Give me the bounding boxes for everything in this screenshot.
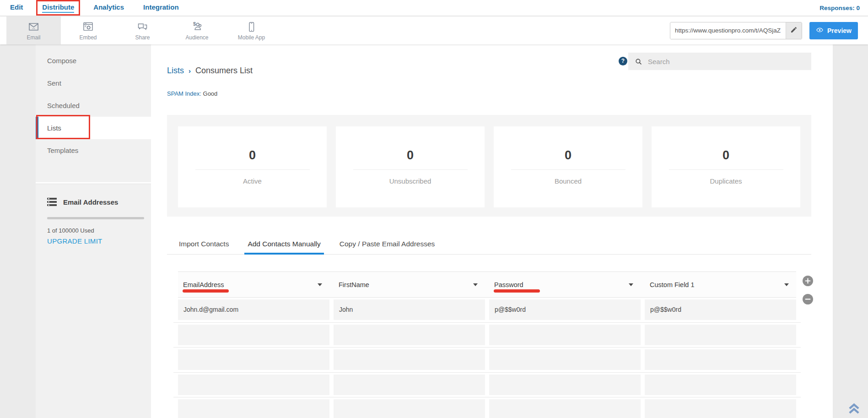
contact-input[interactable] [178,375,329,395]
stat-divider [353,169,468,170]
tab[interactable]: Add Contacts Manually [247,236,321,254]
stat-value: 0 [494,148,642,163]
stat-label: Unsubscribed [336,177,485,185]
contact-input[interactable] [334,349,485,370]
contact-input[interactable] [489,375,641,395]
tab[interactable]: Import Contacts [178,236,230,254]
nav-item[interactable]: Edit [10,3,23,13]
list-stats-panel: 0 Active 0 Unsubscribed 0 Bounced [167,115,811,217]
preview-button[interactable]: Preview [809,22,858,39]
help-icon[interactable]: ? [619,57,627,65]
stat-value: 0 [336,148,485,163]
sidebar-menu-item[interactable]: Scheduled [36,94,151,117]
stat-value: 0 [178,148,327,163]
contact-row [178,375,796,395]
column-select[interactable]: Custom Field 1 [645,272,796,297]
annotation-underline [494,289,540,293]
stat-label: Active [178,177,327,185]
contact-input[interactable]: John [334,299,485,320]
caret-down-icon [784,283,789,286]
column-select-value: FirstName [339,281,369,288]
contact-input[interactable] [334,325,485,345]
plus-icon[interactable] [803,276,813,286]
toolbar-item[interactable]: Share [115,16,170,44]
email-addresses-panel: Email Addresses 1 of 100000 Used UPGRADE… [36,184,151,418]
contact-input[interactable] [645,349,796,370]
column-mapping-row: EmailAddress FirstName Password [178,271,796,298]
contact-row [178,325,796,345]
contact-row: John.d@gmail.com John p@$$w0rd p@$$w0rd [178,299,796,320]
nav-item-label: Distribute [42,3,74,13]
column-select[interactable]: FirstName [334,272,485,297]
email-sidebar: Compose Sent Scheduled Lists [36,44,151,418]
contact-input[interactable]: p@$$w0rd [489,299,641,320]
stat-divider [195,169,310,170]
contact-input[interactable] [645,325,796,345]
spam-index: SPAM Index: Good [167,90,217,97]
list-icon [47,198,57,206]
column-select-value: Custom Field 1 [650,281,695,288]
tab-label: Copy / Paste Email Addresses [340,240,435,248]
minus-icon[interactable] [803,294,813,304]
sidebar-menu-item[interactable]: Sent [36,72,151,94]
contact-input[interactable] [645,399,796,418]
column-select-value: EmailAddress [183,281,224,288]
nav-item-label: Analytics [93,3,124,13]
stat-label: Bounced [494,177,642,185]
contact-input[interactable] [178,399,329,418]
toolbar-item[interactable]: Mobile App [224,16,279,44]
stat-divider [669,169,783,170]
sidebar-menu-item-label: Lists [47,124,61,132]
toolbar-item[interactable]: Embed [61,16,115,44]
toolbar-item-label: Audience [185,34,208,41]
contact-input[interactable] [334,399,485,418]
usage-progress-bar [47,217,144,219]
contact-input[interactable] [489,349,641,370]
chevron-double-up-icon[interactable] [847,402,861,417]
contact-input[interactable] [178,325,329,345]
nav-menu: Edit Distribute Analytics Integration [0,3,179,13]
sidebar-menu-item-label: Templates [47,147,78,154]
stat-label: Duplicates [652,177,800,185]
responses-count[interactable]: Responses: 0 [819,5,860,11]
nav-item[interactable]: Distribute [42,3,74,13]
contact-input[interactable] [489,325,641,345]
page-title: Consumers List [195,66,253,76]
contact-input[interactable] [645,375,796,395]
sidebar-menu-item[interactable]: Lists [36,117,151,139]
stat-card: 0 Active [178,126,327,207]
toolbar-item-label: Share [135,34,150,41]
column-select[interactable]: EmailAddress [178,272,329,297]
toolbar-item[interactable]: Email [6,16,61,44]
edit-url-button[interactable] [786,22,802,39]
sidebar-menu-item-label: Scheduled [47,102,80,109]
nav-item[interactable]: Integration [143,3,179,13]
contact-input[interactable] [178,349,329,370]
contact-input[interactable] [489,399,641,418]
toolbar-item-label: Email [27,34,40,41]
search-input[interactable] [647,57,811,66]
upgrade-limit-link[interactable]: UPGRADE LIMIT [47,237,140,245]
tab[interactable]: Copy / Paste Email Addresses [339,236,436,254]
contact-row [178,349,796,370]
contact-input[interactable] [334,375,485,395]
search-box [628,53,811,70]
list-detail-panel: ? Lists › Consumers List SPAM Index: Goo… [151,44,833,418]
nav-item[interactable]: Analytics [93,3,124,13]
stat-value: 0 [652,148,800,163]
eye-icon [816,26,824,35]
sidebar-menu-item[interactable]: Compose [36,49,151,72]
toolbar-item[interactable]: $ Audience [170,16,224,44]
stat-card: 0 Bounced [494,126,642,207]
usage-text: 1 of 100000 Used [47,227,140,234]
caret-down-icon [473,283,478,286]
column-select[interactable]: Password [489,272,641,297]
audience-icon: $ [191,20,203,33]
breadcrumb-lists-link[interactable]: Lists [167,66,184,76]
tab-label: Add Contacts Manually [248,240,320,248]
contact-input[interactable]: p@$$w0rd [645,299,796,320]
sidebar-menu-item[interactable]: Templates [36,139,151,162]
contact-input[interactable]: John.d@gmail.com [178,299,329,320]
survey-url-input[interactable] [670,22,786,39]
contact-rows: John.d@gmail.com John p@$$w0rd p@$$w0rd [178,299,796,418]
